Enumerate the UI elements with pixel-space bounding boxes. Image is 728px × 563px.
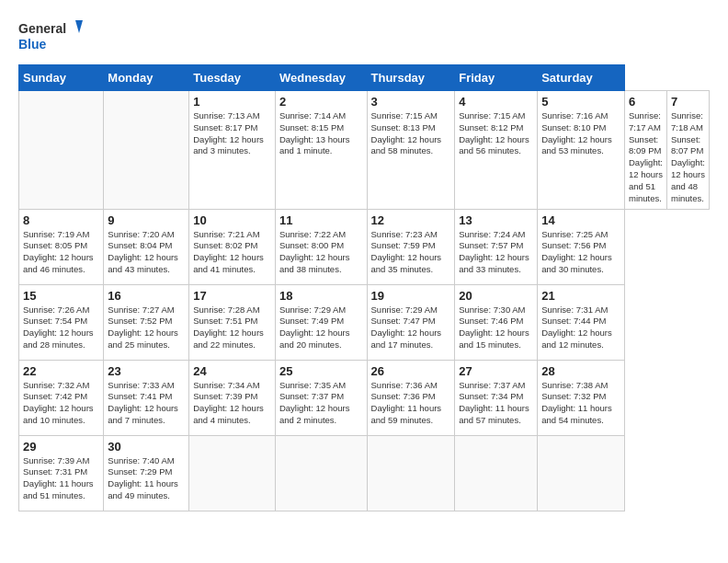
logo: General Blue [18, 18, 83, 55]
table-row: 28Sunrise: 7:38 AMSunset: 7:32 PMDayligh… [538, 360, 625, 435]
day-info: Sunrise: 7:29 AMSunset: 7:47 PMDaylight:… [371, 304, 451, 351]
day-number: 1 [193, 95, 271, 109]
day-number: 19 [371, 289, 451, 303]
day-info: Sunrise: 7:14 AMSunset: 8:15 PMDaylight:… [279, 110, 363, 157]
day-number: 6 [629, 95, 663, 109]
day-info: Sunrise: 7:40 AMSunset: 7:29 PMDaylight:… [108, 455, 185, 502]
header: General Blue [18, 18, 710, 55]
table-row: 2Sunrise: 7:14 AMSunset: 8:15 PMDaylight… [275, 91, 367, 210]
day-info: Sunrise: 7:35 AMSunset: 7:37 PMDaylight:… [279, 380, 363, 427]
table-row [275, 435, 367, 511]
day-info: Sunrise: 7:29 AMSunset: 7:49 PMDaylight:… [279, 304, 363, 351]
calendar-week: 8Sunrise: 7:19 AMSunset: 8:05 PMDaylight… [19, 209, 710, 284]
table-row: 16Sunrise: 7:27 AMSunset: 7:52 PMDayligh… [104, 284, 189, 360]
day-info: Sunrise: 7:25 AMSunset: 7:56 PMDaylight:… [541, 229, 620, 276]
day-number: 14 [541, 213, 620, 227]
day-number: 24 [193, 364, 271, 378]
day-number: 8 [23, 213, 99, 227]
table-row: 26Sunrise: 7:36 AMSunset: 7:36 PMDayligh… [367, 360, 455, 435]
day-info: Sunrise: 7:33 AMSunset: 7:41 PMDaylight:… [108, 380, 185, 427]
table-row: 17Sunrise: 7:28 AMSunset: 7:51 PMDayligh… [189, 284, 276, 360]
day-info: Sunrise: 7:27 AMSunset: 7:52 PMDaylight:… [108, 304, 185, 351]
table-row: 27Sunrise: 7:37 AMSunset: 7:34 PMDayligh… [455, 360, 538, 435]
calendar-week: 1Sunrise: 7:13 AMSunset: 8:17 PMDaylight… [19, 91, 710, 210]
day-info: Sunrise: 7:30 AMSunset: 7:46 PMDaylight:… [459, 304, 533, 351]
day-number: 22 [23, 364, 99, 378]
table-row: 18Sunrise: 7:29 AMSunset: 7:49 PMDayligh… [275, 284, 367, 360]
day-info: Sunrise: 7:13 AMSunset: 8:17 PMDaylight:… [193, 110, 271, 157]
day-info: Sunrise: 7:26 AMSunset: 7:54 PMDaylight:… [23, 304, 99, 351]
table-row: 3Sunrise: 7:15 AMSunset: 8:13 PMDaylight… [367, 91, 455, 210]
day-number: 12 [371, 213, 451, 227]
empty-cell [104, 91, 189, 210]
day-info: Sunrise: 7:36 AMSunset: 7:36 PMDaylight:… [371, 380, 451, 427]
table-row: 11Sunrise: 7:22 AMSunset: 8:00 PMDayligh… [275, 209, 367, 284]
column-header-saturday: Saturday [538, 65, 625, 91]
day-number: 15 [23, 289, 99, 303]
column-header-sunday: Sunday [19, 65, 104, 91]
table-row [455, 435, 538, 511]
empty-cell [19, 91, 104, 210]
table-row: 1Sunrise: 7:13 AMSunset: 8:17 PMDaylight… [189, 91, 276, 210]
table-row [367, 435, 455, 511]
day-number: 18 [279, 289, 363, 303]
day-info: Sunrise: 7:37 AMSunset: 7:34 PMDaylight:… [459, 380, 533, 427]
day-number: 5 [541, 95, 620, 109]
day-info: Sunrise: 7:17 AMSunset: 8:09 PMDaylight:… [629, 110, 663, 205]
day-info: Sunrise: 7:39 AMSunset: 7:31 PMDaylight:… [23, 455, 99, 502]
column-header-thursday: Thursday [367, 65, 455, 91]
table-row: 7Sunrise: 7:18 AMSunset: 8:07 PMDaylight… [666, 91, 709, 210]
calendar-table: SundayMondayTuesdayWednesdayThursdayFrid… [18, 64, 710, 511]
day-info: Sunrise: 7:38 AMSunset: 7:32 PMDaylight:… [541, 380, 620, 427]
day-info: Sunrise: 7:16 AMSunset: 8:10 PMDaylight:… [541, 110, 620, 157]
svg-text:General: General [18, 21, 66, 36]
day-info: Sunrise: 7:28 AMSunset: 7:51 PMDaylight:… [193, 304, 271, 351]
day-number: 23 [108, 364, 185, 378]
day-info: Sunrise: 7:31 AMSunset: 7:44 PMDaylight:… [541, 304, 620, 351]
day-number: 10 [193, 213, 271, 227]
table-row: 5Sunrise: 7:16 AMSunset: 8:10 PMDaylight… [538, 91, 625, 210]
column-header-friday: Friday [455, 65, 538, 91]
day-number: 9 [108, 213, 185, 227]
table-row: 19Sunrise: 7:29 AMSunset: 7:47 PMDayligh… [367, 284, 455, 360]
table-row: 23Sunrise: 7:33 AMSunset: 7:41 PMDayligh… [104, 360, 189, 435]
day-info: Sunrise: 7:20 AMSunset: 8:04 PMDaylight:… [108, 229, 185, 276]
day-number: 25 [279, 364, 363, 378]
table-row: 6Sunrise: 7:17 AMSunset: 8:09 PMDaylight… [625, 91, 667, 210]
calendar-body: 1Sunrise: 7:13 AMSunset: 8:17 PMDaylight… [19, 91, 710, 511]
table-row: 20Sunrise: 7:30 AMSunset: 7:46 PMDayligh… [455, 284, 538, 360]
day-number: 17 [193, 289, 271, 303]
table-row: 10Sunrise: 7:21 AMSunset: 8:02 PMDayligh… [189, 209, 276, 284]
table-row: 24Sunrise: 7:34 AMSunset: 7:39 PMDayligh… [189, 360, 276, 435]
day-info: Sunrise: 7:32 AMSunset: 7:42 PMDaylight:… [23, 380, 99, 427]
table-row [538, 435, 625, 511]
logo-svg: General Blue [18, 18, 83, 55]
table-row: 12Sunrise: 7:23 AMSunset: 7:59 PMDayligh… [367, 209, 455, 284]
table-row: 8Sunrise: 7:19 AMSunset: 8:05 PMDaylight… [19, 209, 104, 284]
day-info: Sunrise: 7:34 AMSunset: 7:39 PMDaylight:… [193, 380, 271, 427]
day-number: 28 [541, 364, 620, 378]
day-number: 11 [279, 213, 363, 227]
calendar-week: 29Sunrise: 7:39 AMSunset: 7:31 PMDayligh… [19, 435, 710, 511]
table-row: 30Sunrise: 7:40 AMSunset: 7:29 PMDayligh… [104, 435, 189, 511]
table-row: 15Sunrise: 7:26 AMSunset: 7:54 PMDayligh… [19, 284, 104, 360]
day-number: 21 [541, 289, 620, 303]
day-info: Sunrise: 7:21 AMSunset: 8:02 PMDaylight:… [193, 229, 271, 276]
column-header-wednesday: Wednesday [275, 65, 367, 91]
day-number: 4 [459, 95, 533, 109]
day-number: 3 [371, 95, 451, 109]
table-row: 13Sunrise: 7:24 AMSunset: 7:57 PMDayligh… [455, 209, 538, 284]
day-number: 20 [459, 289, 533, 303]
day-number: 27 [459, 364, 533, 378]
table-row: 4Sunrise: 7:15 AMSunset: 8:12 PMDaylight… [455, 91, 538, 210]
calendar-week: 22Sunrise: 7:32 AMSunset: 7:42 PMDayligh… [19, 360, 710, 435]
day-info: Sunrise: 7:18 AMSunset: 8:07 PMDaylight:… [671, 110, 705, 205]
day-number: 13 [459, 213, 533, 227]
day-number: 7 [671, 95, 705, 109]
day-number: 26 [371, 364, 451, 378]
day-info: Sunrise: 7:15 AMSunset: 8:13 PMDaylight:… [371, 110, 451, 157]
table-row: 25Sunrise: 7:35 AMSunset: 7:37 PMDayligh… [275, 360, 367, 435]
day-info: Sunrise: 7:22 AMSunset: 8:00 PMDaylight:… [279, 229, 363, 276]
calendar-header: SundayMondayTuesdayWednesdayThursdayFrid… [19, 65, 710, 91]
day-info: Sunrise: 7:15 AMSunset: 8:12 PMDaylight:… [459, 110, 533, 157]
